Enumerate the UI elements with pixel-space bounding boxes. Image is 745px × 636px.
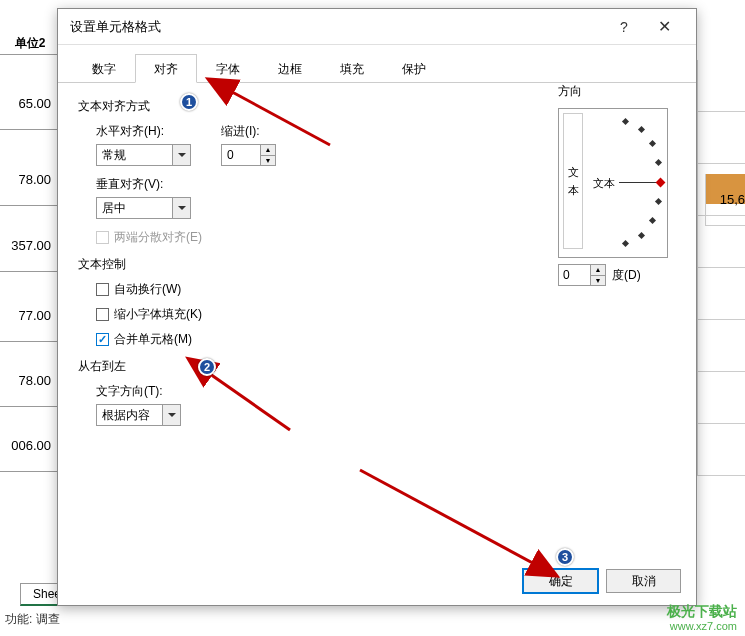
angle-tick-icon — [638, 232, 645, 239]
help-button[interactable]: ? — [604, 19, 644, 35]
degree-spinner[interactable]: 0 ▲ ▼ — [558, 264, 606, 286]
column-header: 单位2 — [0, 30, 60, 55]
tab-alignment[interactable]: 对齐 — [135, 54, 197, 83]
angle-tick-icon — [649, 217, 656, 224]
ok-button[interactable]: 确定 — [523, 569, 598, 593]
h-align-label: 水平对齐(H): — [96, 123, 191, 140]
close-button[interactable]: ✕ — [644, 17, 684, 36]
annotation-badge-2: 2 — [198, 358, 216, 376]
angle-line — [619, 182, 657, 183]
arc-text-label: 文本 — [593, 176, 615, 191]
tab-fill[interactable]: 填充 — [321, 54, 383, 83]
bg-cell: 357.00 — [0, 220, 60, 272]
dialog-title: 设置单元格格式 — [70, 18, 604, 36]
bg-cell: 006.00 — [0, 420, 60, 472]
tab-protection[interactable]: 保护 — [383, 54, 445, 83]
shrink-fit-checkbox[interactable]: 缩小字体填充(K) — [96, 306, 676, 323]
angle-arc[interactable]: 文本 — [591, 116, 663, 248]
text-direction-label: 文字方向(T): — [96, 383, 676, 400]
v-align-select[interactable]: 居中 — [96, 197, 191, 219]
orientation-box[interactable]: 文 本 文本 — [558, 108, 668, 258]
format-cells-dialog: 设置单元格格式 ? ✕ 数字 对齐 字体 边框 填充 保护 文本对齐方式 水平对… — [57, 8, 697, 606]
text-direction-select[interactable]: 根据内容 — [96, 404, 181, 426]
bg-cell: 77.00 — [0, 290, 60, 342]
tab-number[interactable]: 数字 — [73, 54, 135, 83]
status-bar: 功能: 调查 — [0, 611, 60, 628]
checkbox-icon — [96, 283, 109, 296]
tab-strip: 数字 对齐 字体 边框 填充 保护 — [58, 53, 696, 83]
dropdown-arrow-icon — [172, 198, 190, 218]
bg-cell: 78.00 — [0, 355, 60, 407]
bg-cell: 65.00 — [0, 78, 60, 130]
spinner-up-icon[interactable]: ▲ — [591, 265, 605, 276]
spinner-up-icon[interactable]: ▲ — [261, 145, 275, 156]
watermark: 极光下载站 www.xz7.com — [667, 603, 737, 633]
h-align-value: 常规 — [102, 147, 126, 164]
watermark-url: www.xz7.com — [667, 620, 737, 633]
angle-indicator-icon — [656, 178, 666, 188]
angle-tick-icon — [622, 118, 629, 125]
watermark-title: 极光下载站 — [667, 603, 737, 620]
vertical-text-button[interactable]: 文 本 — [563, 113, 583, 249]
checkbox-icon — [96, 308, 109, 321]
text-direction-value: 根据内容 — [102, 407, 150, 424]
h-align-select[interactable]: 常规 — [96, 144, 191, 166]
orientation-label: 方向 — [558, 83, 678, 100]
cancel-button[interactable]: 取消 — [606, 569, 681, 593]
bg-cell: 78.00 — [0, 154, 60, 206]
indent-spinner[interactable]: 0 ▲ ▼ — [221, 144, 276, 166]
grid-lines — [697, 60, 745, 540]
angle-tick-icon — [655, 159, 662, 166]
dropdown-arrow-icon — [162, 405, 180, 425]
justify-label: 两端分散对齐(E) — [114, 229, 202, 246]
checkbox-icon — [96, 231, 109, 244]
merge-cells-checkbox[interactable]: 合并单元格(M) — [96, 331, 676, 348]
spinner-down-icon[interactable]: ▼ — [591, 276, 605, 286]
annotation-badge-1: 1 — [180, 93, 198, 111]
degree-label: 度(D) — [612, 267, 641, 284]
degree-value: 0 — [563, 268, 570, 282]
bg-cell-right: 15,6 — [705, 174, 745, 226]
dropdown-arrow-icon — [172, 145, 190, 165]
angle-tick-icon — [649, 140, 656, 147]
shrink-label: 缩小字体填充(K) — [114, 306, 202, 323]
indent-value: 0 — [227, 148, 234, 162]
tab-border[interactable]: 边框 — [259, 54, 321, 83]
orientation-section: 方向 文 本 文本 — [558, 83, 678, 286]
angle-tick-icon — [638, 126, 645, 133]
title-bar: 设置单元格格式 ? ✕ — [58, 9, 696, 45]
checkbox-checked-icon — [96, 333, 109, 346]
spinner-down-icon[interactable]: ▼ — [261, 156, 275, 166]
dialog-content: 文本对齐方式 水平对齐(H): 常规 缩进(I): 0 ▲ — [58, 83, 696, 451]
annotation-badge-3: 3 — [556, 548, 574, 566]
merge-label: 合并单元格(M) — [114, 331, 192, 348]
angle-tick-icon — [655, 198, 662, 205]
tab-font[interactable]: 字体 — [197, 54, 259, 83]
angle-tick-icon — [622, 240, 629, 247]
indent-label: 缩进(I): — [221, 123, 276, 140]
v-align-value: 居中 — [102, 200, 126, 217]
section-rtl: 从右到左 — [78, 358, 676, 375]
dialog-buttons: 确定 取消 — [523, 569, 681, 593]
wrap-label: 自动换行(W) — [114, 281, 181, 298]
